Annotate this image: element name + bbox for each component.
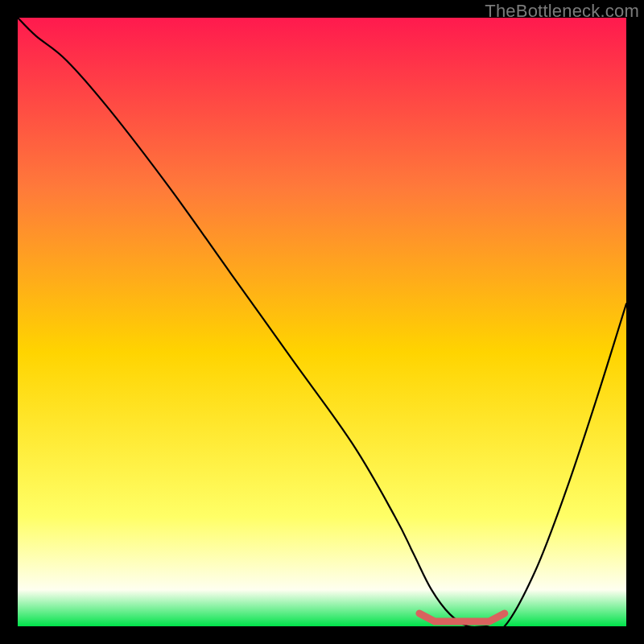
bottleneck-chart [18,18,626,626]
watermark-text: TheBottleneck.com [485,1,639,22]
chart-frame [18,18,626,626]
